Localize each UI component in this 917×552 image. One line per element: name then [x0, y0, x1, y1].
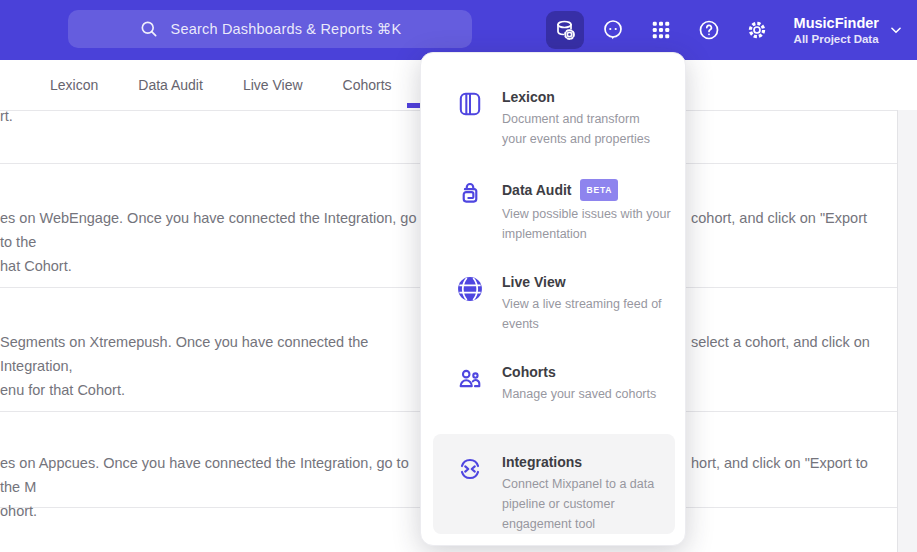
- top-navigation-bar: Search Dashboards & Reports ⌘K: [0, 0, 917, 60]
- database-gear-icon: [553, 18, 577, 42]
- menu-item-description: View a live streaming feed of events: [502, 294, 662, 334]
- project-switcher[interactable]: MusicFinder All Project Data: [794, 14, 903, 47]
- menu-item-live-view[interactable]: Live View View a live streaming feed of …: [457, 274, 671, 334]
- project-name: MusicFinder: [794, 14, 879, 32]
- menu-item-description: Connect Mixpanel to a data pipeline or c…: [502, 474, 654, 534]
- tab-cohorts[interactable]: Cohorts: [343, 77, 392, 93]
- topbar-actions: MusicFinder All Project Data: [546, 0, 903, 60]
- integration-row-text: Segments on Xtremepush. Once you have co…: [0, 330, 430, 402]
- truncated-row-text: rt.: [0, 104, 13, 128]
- integration-row-text-right: select a cohort, and click on: [691, 330, 870, 354]
- menu-item-integrations[interactable]: Integrations Connect Mixpanel to a data …: [457, 454, 671, 534]
- menu-item-description: View possible issues with your implement…: [502, 204, 671, 244]
- gear-icon: [745, 18, 769, 42]
- menu-item-title: Live View: [502, 274, 662, 291]
- search-icon: [139, 19, 159, 39]
- help-icon: [697, 18, 721, 42]
- tab-lexicon[interactable]: Lexicon: [50, 77, 98, 93]
- tabs: Lexicon Data Audit Live View Cohorts: [50, 60, 392, 110]
- menu-item-data-audit[interactable]: Data AuditBETA View possible issues with…: [457, 179, 671, 244]
- beta-badge: BETA: [580, 179, 618, 201]
- menu-item-lexicon[interactable]: Lexicon Document and transform your even…: [457, 89, 671, 149]
- users-icon: [457, 366, 483, 392]
- data-management-dropdown: Lexicon Document and transform your even…: [420, 52, 686, 546]
- integration-row-text: es on Appcues. Once you have connected t…: [0, 451, 430, 523]
- project-info: MusicFinder All Project Data: [794, 14, 879, 47]
- data-management-button[interactable]: [546, 11, 584, 49]
- search-input[interactable]: Search Dashboards & Reports ⌘K: [68, 10, 472, 48]
- menu-item-text: Lexicon Document and transform your even…: [502, 89, 650, 149]
- chat-face-icon: [601, 18, 625, 42]
- globe-icon: [457, 276, 483, 302]
- vertical-scrollbar[interactable]: [897, 110, 917, 552]
- menu-item-title: Cohorts: [502, 364, 656, 381]
- menu-item-title: Integrations: [502, 454, 654, 471]
- mixpanel-app-window: Search Dashboards & Reports ⌘K: [0, 0, 917, 552]
- apps-grid-button[interactable]: [642, 11, 680, 49]
- search-placeholder: Search Dashboards & Reports ⌘K: [171, 21, 402, 37]
- menu-item-text: Integrations Connect Mixpanel to a data …: [502, 454, 654, 534]
- menu-item-cohorts[interactable]: Cohorts Manage your saved cohorts: [457, 364, 671, 404]
- menu-item-description: Document and transform your events and p…: [502, 109, 650, 149]
- project-subtitle: All Project Data: [794, 32, 879, 46]
- apps-grid-icon: [650, 19, 672, 41]
- menu-item-text: Data AuditBETA View possible issues with…: [502, 179, 671, 244]
- integration-row-text: es on WebEngage. Once you have connected…: [0, 206, 430, 278]
- integration-row-text-right: hort, and click on "Export to: [691, 451, 868, 475]
- sync-icon: [457, 456, 483, 482]
- chevron-down-icon: [889, 23, 903, 37]
- tab-live-view[interactable]: Live View: [243, 77, 303, 93]
- menu-item-title: Lexicon: [502, 89, 650, 106]
- menu-item-description: Manage your saved cohorts: [502, 384, 656, 404]
- active-tab-indicator: [407, 103, 420, 108]
- integration-row-text-right: cohort, and click on "Export: [691, 206, 867, 230]
- book-icon: [457, 91, 483, 117]
- tab-data-audit[interactable]: Data Audit: [138, 77, 203, 93]
- feedback-button[interactable]: [594, 11, 632, 49]
- menu-item-text: Cohorts Manage your saved cohorts: [502, 364, 656, 404]
- audit-icon: [457, 181, 483, 207]
- help-button[interactable]: [690, 11, 728, 49]
- settings-button[interactable]: [738, 11, 776, 49]
- menu-item-text: Live View View a live streaming feed of …: [502, 274, 662, 334]
- menu-item-title: Data AuditBETA: [502, 179, 671, 201]
